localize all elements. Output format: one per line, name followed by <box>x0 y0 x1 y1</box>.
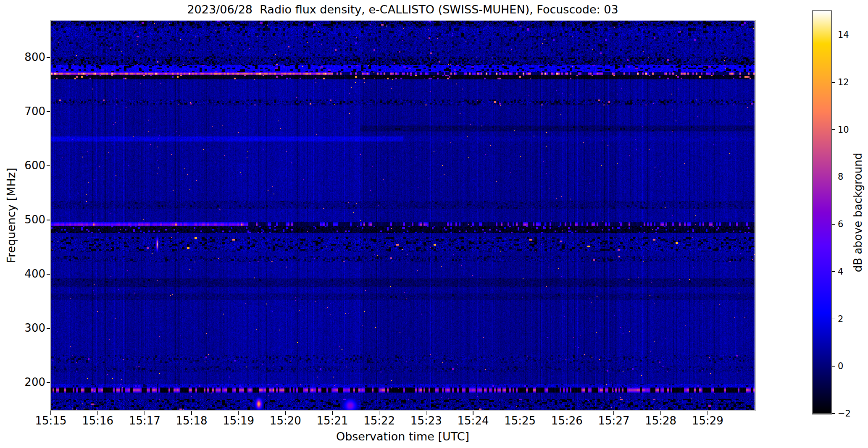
colorbar-tick-mark <box>831 366 835 367</box>
colorbar-tick-label: 0 <box>838 361 843 371</box>
x-tick-label: 15:18 <box>176 414 208 427</box>
x-tick-label: 15:19 <box>223 414 254 427</box>
y-axis-label: Frequency [MHz] <box>5 168 18 263</box>
colorbar-tick-mark <box>831 413 835 414</box>
colorbar-tick-label: −2 <box>838 409 851 419</box>
spectrogram-heatmap <box>51 21 755 410</box>
colorbar-tick-mark <box>831 319 835 320</box>
x-tick-label: 15:26 <box>551 414 583 427</box>
colorbar-tick-label: 14 <box>838 30 849 40</box>
colorbar-tick-mark <box>831 35 835 36</box>
x-tick-label: 15:24 <box>458 414 489 427</box>
x-tick-label: 15:27 <box>598 414 630 427</box>
y-tick-label: 800 <box>2 51 45 63</box>
y-tick-label: 700 <box>2 105 45 118</box>
x-tick-label: 15:28 <box>645 414 676 427</box>
x-tick-label: 15:29 <box>692 414 723 427</box>
y-tick-mark <box>47 220 50 220</box>
x-axis-label: Observation time [UTC] <box>51 430 755 443</box>
colorbar-tick-mark <box>831 129 835 130</box>
colorbar-tick-label: 6 <box>838 219 843 229</box>
x-tick-label: 15:23 <box>410 414 442 427</box>
y-tick-label: 400 <box>2 267 45 280</box>
chart-title: 2023/06/28 Radio flux density, e-CALLIST… <box>51 3 755 16</box>
colorbar-tick-label: 8 <box>838 172 843 182</box>
y-tick-label: 200 <box>2 376 45 389</box>
colorbar-tick-mark <box>831 271 835 272</box>
x-tick-label: 15:20 <box>270 414 301 427</box>
y-tick-mark <box>47 111 50 112</box>
colorbar-gradient <box>813 11 831 414</box>
x-tick-label: 15:15 <box>35 414 67 427</box>
y-tick-mark <box>47 274 50 275</box>
colorbar-tick-mark <box>831 224 835 225</box>
y-tick-mark <box>47 57 50 58</box>
y-tick-mark <box>47 382 50 383</box>
colorbar-tick-label: 2 <box>838 314 843 324</box>
colorbar-label: dB above background <box>852 153 864 272</box>
colorbar-tick-label: 4 <box>838 267 843 277</box>
x-tick-label: 15:22 <box>363 414 395 427</box>
colorbar-tick-mark <box>831 82 835 83</box>
colorbar-tick-label: 10 <box>838 125 849 135</box>
y-tick-mark <box>47 165 50 166</box>
colorbar-tick-label: 12 <box>838 77 849 87</box>
y-tick-label: 300 <box>2 322 45 334</box>
x-tick-label: 15:17 <box>129 414 160 427</box>
colorbar-tick-mark <box>831 177 835 178</box>
y-tick-mark <box>47 328 50 329</box>
x-tick-label: 15:25 <box>504 414 536 427</box>
x-tick-label: 15:16 <box>82 414 113 427</box>
x-tick-label: 15:21 <box>317 414 348 427</box>
spectrogram-figure: 2023/06/28 Radio flux density, e-CALLIST… <box>0 0 868 448</box>
